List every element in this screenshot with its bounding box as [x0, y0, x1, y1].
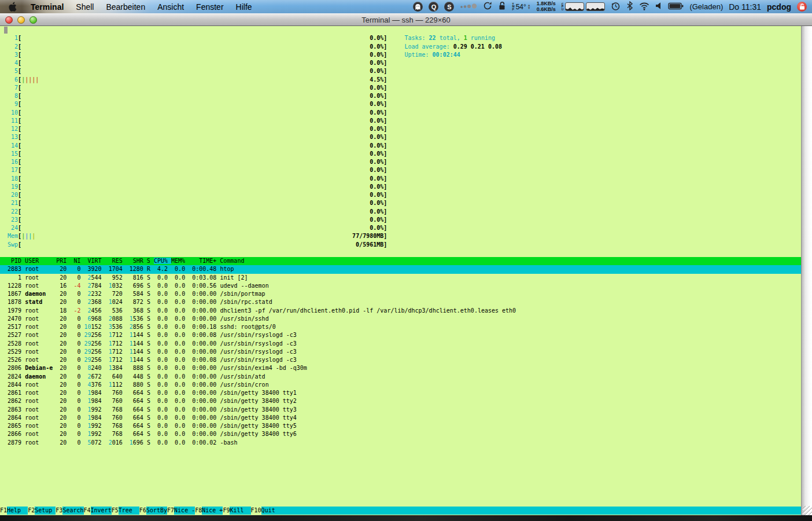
fkey-label-quit[interactable]: Quit [261, 507, 282, 515]
zoom-button[interactable] [29, 16, 37, 24]
menu-item-ansicht[interactable]: Ansicht [157, 2, 184, 12]
cpu-meter-6: 6[||||| 4.5%] [0, 76, 801, 84]
desktop: TerminalShellBearbeitenAnsichtFensterHil… [0, 0, 812, 521]
cpu-meter-24: 24[ 0.0%] [0, 224, 801, 232]
cpu-label: CPU [562, 3, 564, 11]
fkey-f9[interactable]: F9 [223, 507, 230, 515]
resize-grip-icon[interactable] [803, 506, 812, 515]
network-speed-menulet[interactable]: 1.8KB/s 0.6KB/s [537, 1, 556, 12]
fkey-label-tree[interactable]: Tree [119, 507, 139, 515]
swp-meter: Swp[ 0/5961MB] [0, 241, 801, 249]
fkey-f10[interactable]: F10 [251, 507, 261, 515]
title-bar[interactable]: Terminal — ssh — 229×60 [0, 13, 812, 26]
cpu-meter-18: 18[ 0.0%] [0, 175, 801, 183]
process-table-header[interactable]: PID USER PRI NI VIRT RES SHR S CPU% MEM%… [0, 257, 801, 265]
process-row-2863[interactable]: 2863 root 20 0 1992 768 664 S 0.0 0.0 0:… [0, 406, 801, 414]
menu-item-bearbeiten[interactable]: Bearbeiten [106, 2, 145, 12]
fkey-label-invert[interactable]: Invert [91, 507, 112, 515]
cpu-meter-21: 21[ 0.0%] [0, 199, 801, 207]
fkey-f8[interactable]: F8 [195, 507, 202, 515]
battery-status-label: (Geladen) [689, 2, 723, 11]
process-row-2865[interactable]: 2865 root 20 0 1992 768 664 S 0.0 0.0 0:… [0, 422, 801, 430]
cpu-meter-17: 17[ 0.0%] [0, 166, 801, 174]
menu-item-fenster[interactable]: Fenster [196, 2, 223, 12]
fkey-label-sortby[interactable]: SortBy [146, 507, 167, 515]
process-row-2806[interactable]: 2806 Debian-e 20 0 8240 1384 888 S 0.0 0… [0, 364, 801, 372]
temperature-arrows-icon: ▲▼ [527, 4, 531, 10]
close-button[interactable] [5, 16, 13, 24]
temperature-menulet[interactable]: TMP 54° ▲▼ [512, 3, 530, 11]
battery-icon[interactable] [668, 2, 684, 12]
cpu-meter-15: 15[ 0.0%] [0, 150, 801, 158]
cpu-meter-7: 7[ 0.0%] [0, 84, 801, 92]
process-row-2879[interactable]: 2879 root 20 0 5072 2016 1696 S 0.0 0.0 … [0, 439, 801, 447]
menu-bar-clock[interactable]: Do 11:31 [729, 2, 761, 12]
process-row-2470[interactable]: 2470 root 20 0 6968 2088 1536 S 0.0 0.0 … [0, 315, 801, 323]
fkey-f4[interactable]: F4 [84, 507, 91, 515]
process-row-2861[interactable]: 2861 root 20 0 1984 760 664 S 0.0 0.0 0:… [0, 389, 801, 397]
process-row-2527[interactable]: 2527 root 20 0 29256 1712 1144 S 0.0 0.0… [0, 331, 801, 339]
desktop-background-strip [0, 515, 812, 521]
fkey-f3[interactable]: F3 [56, 507, 62, 515]
red-lock-icon[interactable] [797, 2, 807, 12]
process-row-1979[interactable]: 1979 root 18 -2 2456 536 368 S 0.0 0.0 0… [0, 307, 801, 315]
bluetooth-icon[interactable] [626, 1, 633, 12]
process-row-2866[interactable]: 2866 root 20 0 1992 768 664 S 0.0 0.0 0:… [0, 430, 801, 438]
cpu-meter-16: 16[ 0.0%] [0, 158, 801, 166]
cpu-meter-22: 22[ 0.0%] [0, 208, 801, 216]
scrollbar[interactable] [801, 26, 812, 515]
cpu-graph-menulet[interactable]: CPU [562, 2, 606, 11]
fkey-label-help[interactable]: Help [7, 507, 28, 515]
window-controls [5, 16, 37, 24]
process-row-2529[interactable]: 2529 root 20 0 29256 1712 1144 S 0.0 0.0… [0, 348, 801, 356]
cpu-meter-1-and-tasks-summary: 1[ 0.0%] Tasks: 22 total, 1 running [0, 34, 801, 42]
minimize-button[interactable] [17, 16, 25, 24]
fkey-f1[interactable]: F1 [0, 507, 7, 515]
cpu-meter-12: 12[ 0.0%] [0, 125, 801, 133]
fkey-label-setup[interactable]: Setup [35, 507, 56, 515]
ghost-menulet-icon[interactable] [413, 2, 423, 12]
process-row-1878[interactable]: 1878 statd 20 0 2368 1024 872 S 0.0 0.0 … [0, 298, 801, 306]
fkey-f5[interactable]: F5 [112, 507, 119, 515]
process-row-1867[interactable]: 1867 daemon 20 0 2232 720 584 S 0.0 0.0 … [0, 290, 801, 298]
terminal-screen[interactable]: 1[ 0.0%] Tasks: 22 total, 1 running 2[ [0, 26, 801, 515]
s-menulet-icon[interactable]: S [444, 2, 454, 12]
process-row-2862[interactable]: 2862 root 20 0 1984 760 664 S 0.0 0.0 0:… [0, 397, 801, 405]
volume-icon[interactable] [655, 2, 662, 12]
fkey-label-nice-[interactable]: Nice - [174, 507, 195, 515]
sync-icon[interactable] [483, 1, 492, 12]
fkey-label-kill[interactable]: Kill [230, 507, 250, 515]
fkey-label-search[interactable]: Search [62, 507, 83, 515]
process-row-2517[interactable]: 2517 root 20 0 10152 3536 2856 S 0.0 0.0… [0, 323, 801, 331]
q-menulet-icon[interactable]: Q [429, 2, 438, 12]
wifi-icon[interactable] [639, 2, 649, 12]
process-row-1[interactable]: 1 root 20 0 2544 952 816 S 0.0 0.0 0:03.… [0, 274, 801, 282]
network-down-speed: 0.6KB/s [537, 7, 556, 13]
fkey-label-nice-[interactable]: Nice + [202, 507, 223, 515]
cpu-meter-8: 8[ 0.0%] [0, 92, 801, 100]
process-row-2824[interactable]: 2824 daemon 20 0 2672 640 448 S 0.0 0.0 … [0, 373, 801, 381]
fkey-f6[interactable]: F6 [139, 507, 146, 515]
fkey-f7[interactable]: F7 [167, 507, 174, 515]
process-row-2844[interactable]: 2844 root 20 0 4376 1112 880 S 0.0 0.0 0… [0, 381, 801, 389]
process-row-selected-2883[interactable]: 2883 root 20 0 3920 1704 1280 R 4.2 0.0 … [0, 265, 801, 273]
process-row-1228[interactable]: 1228 root 16 -4 2784 1032 696 S 0.0 0.0 … [0, 282, 801, 290]
process-row-2864[interactable]: 2864 root 20 0 1984 760 664 S 0.0 0.0 0:… [0, 414, 801, 422]
time-machine-icon[interactable] [611, 1, 621, 13]
cpu-meter-19: 19[ 0.0%] [0, 183, 801, 191]
cpu-meter-4: 4[ 0.0%] [0, 59, 801, 67]
menu-item-shell[interactable]: Shell [76, 2, 94, 12]
process-row-2526[interactable]: 2526 root 20 0 29256 1712 1144 S 0.0 0.0… [0, 356, 801, 364]
cpu-meter-23: 23[ 0.0%] [0, 216, 801, 224]
cpu-meter-2-and-load-average: 2[ 0.0%] Load average: 0.29 0.21 0.08 [0, 43, 801, 51]
fast-user-switch-menu[interactable]: pcdog [767, 2, 791, 12]
apple-menu-icon[interactable] [8, 2, 17, 12]
menu-item-hilfe[interactable]: Hilfe [236, 2, 252, 12]
lock-open-icon[interactable] [498, 1, 506, 12]
fkey-f2[interactable]: F2 [28, 507, 35, 515]
fkey-bar-filler [282, 507, 801, 515]
process-row-2528[interactable]: 2528 root 20 0 29256 1712 1144 S 0.0 0.0… [0, 340, 801, 348]
dots-menulet-icon[interactable] [460, 2, 477, 12]
menu-item-terminal[interactable]: Terminal [31, 2, 64, 12]
cpu-meter-11: 11[ 0.0%] [0, 117, 801, 125]
